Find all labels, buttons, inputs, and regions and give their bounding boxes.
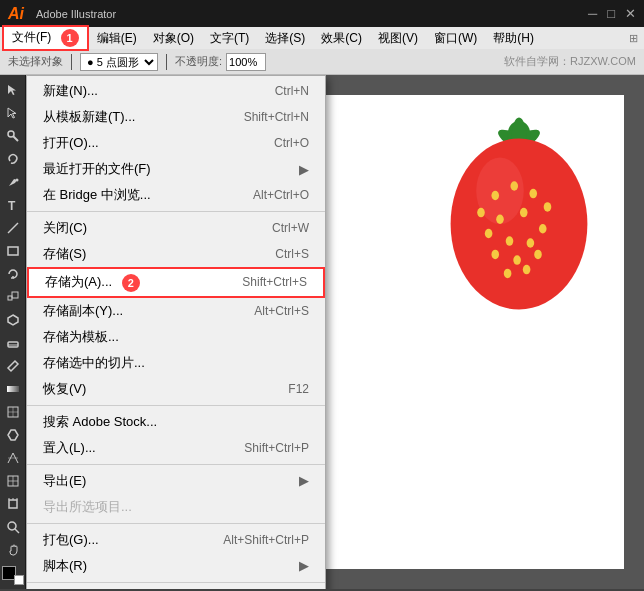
- toolbar-row2: 未选择对象 ● 5 点圆形 不透明度: 软件自学网：RJZXW.COM: [0, 49, 644, 75]
- opacity-input[interactable]: [226, 53, 266, 71]
- menu-close-label: 关闭(C): [43, 219, 252, 237]
- separator-1: [27, 211, 325, 212]
- svg-point-24: [8, 522, 16, 530]
- menu-new-template-label: 从模板新建(T)...: [43, 108, 224, 126]
- slice-tool[interactable]: [2, 470, 24, 491]
- menu-save-as[interactable]: 存储为(A)... 2 Shift+Ctrl+S: [27, 267, 325, 298]
- recent-arrow-icon: ▶: [299, 162, 309, 177]
- svg-line-25: [15, 529, 19, 533]
- menu-adobe-stock[interactable]: 搜索 Adobe Stock...: [27, 409, 325, 435]
- menu-doc-setup[interactable]: 文档设置(D)... Alt+Ctrl+P: [27, 586, 325, 589]
- line-tool[interactable]: [2, 217, 24, 238]
- menu-item-view[interactable]: 视图(V): [370, 28, 426, 49]
- selection-tool[interactable]: [2, 79, 24, 100]
- maximize-button[interactable]: □: [607, 6, 615, 21]
- svg-point-38: [496, 215, 504, 225]
- color-swatch[interactable]: [2, 566, 24, 585]
- menu-place-shortcut: Shift+Ctrl+P: [244, 441, 309, 455]
- menu-item-edit[interactable]: 编辑(E): [89, 28, 145, 49]
- gradient-tool[interactable]: [2, 378, 24, 399]
- menu-save[interactable]: 存储(S) Ctrl+S: [27, 241, 325, 267]
- minimize-button[interactable]: ─: [588, 6, 597, 21]
- menu-save-slices-label: 存储选中的切片...: [43, 354, 309, 372]
- menu-save-slices[interactable]: 存储选中的切片...: [27, 350, 325, 376]
- svg-point-1: [8, 131, 14, 137]
- svg-rect-10: [7, 386, 19, 392]
- menu-export-selected-label: 导出所选项目...: [43, 498, 309, 516]
- svg-point-36: [544, 202, 552, 212]
- close-button[interactable]: ✕: [625, 6, 636, 21]
- menu-scripts[interactable]: 脚本(R) ▶: [27, 553, 325, 579]
- menu-export[interactable]: 导出(E) ▶: [27, 468, 325, 494]
- menu-new[interactable]: 新建(N)... Ctrl+N: [27, 78, 325, 104]
- menu-package-shortcut: Alt+Shift+Ctrl+P: [223, 533, 309, 547]
- svg-point-33: [491, 191, 499, 201]
- pen-tool[interactable]: [2, 171, 24, 192]
- svg-line-4: [8, 223, 18, 233]
- zoom-tool[interactable]: [2, 516, 24, 537]
- svg-point-35: [529, 189, 537, 199]
- svg-point-48: [523, 265, 531, 275]
- magic-wand-tool[interactable]: [2, 125, 24, 146]
- eyedropper-tool[interactable]: [2, 355, 24, 376]
- lasso-tool[interactable]: [2, 148, 24, 169]
- svg-point-34: [510, 181, 518, 191]
- svg-rect-6: [8, 296, 12, 300]
- svg-point-31: [451, 139, 588, 310]
- hand-tool[interactable]: [2, 539, 24, 560]
- strawberry-illustration: [424, 100, 614, 310]
- toolbar-separator-2: [166, 54, 167, 70]
- menu-package[interactable]: 打包(G)... Alt+Shift+Ctrl+P: [27, 527, 325, 553]
- perspective-grid-tool[interactable]: [2, 447, 24, 468]
- rotate-tool[interactable]: [2, 263, 24, 284]
- svg-point-39: [520, 208, 528, 218]
- menu-bridge[interactable]: 在 Bridge 中浏览... Alt+Ctrl+O: [27, 182, 325, 208]
- menu-package-label: 打包(G)...: [43, 531, 203, 549]
- menu-item-text[interactable]: 文字(T): [202, 28, 257, 49]
- svg-rect-20: [9, 500, 17, 508]
- menu-place-label: 置入(L)...: [43, 439, 224, 457]
- menu-save-shortcut: Ctrl+S: [275, 247, 309, 261]
- menu-place[interactable]: 置入(L)... Shift+Ctrl+P: [27, 435, 325, 461]
- menu-save-as-label: 存储为(A)... 2: [45, 273, 222, 292]
- shaper-tool[interactable]: [2, 309, 24, 330]
- menu-bridge-label: 在 Bridge 中浏览...: [43, 186, 233, 204]
- mesh-tool[interactable]: [2, 401, 24, 422]
- type-tool[interactable]: T: [2, 194, 24, 215]
- save-as-badge: 2: [122, 274, 140, 292]
- menu-save-as-shortcut: Shift+Ctrl+S: [242, 275, 307, 289]
- direct-selection-tool[interactable]: [2, 102, 24, 123]
- menu-close[interactable]: 关闭(C) Ctrl+W: [27, 215, 325, 241]
- separator-3: [27, 464, 325, 465]
- scripts-arrow-icon: ▶: [299, 558, 309, 573]
- opacity-label: 不透明度:: [175, 54, 222, 69]
- menu-new-shortcut: Ctrl+N: [275, 84, 309, 98]
- menu-item-help[interactable]: 帮助(H): [485, 28, 542, 49]
- menu-item-object[interactable]: 对象(O): [145, 28, 202, 49]
- svg-rect-5: [8, 247, 18, 255]
- grid-view-icon: ⊞: [629, 32, 638, 45]
- menu-item-select[interactable]: 选择(S): [257, 28, 313, 49]
- menu-recent-files[interactable]: 最近打开的文件(F) ▶: [27, 156, 325, 182]
- rectangle-tool[interactable]: [2, 240, 24, 261]
- scale-tool[interactable]: [2, 286, 24, 307]
- menu-save-copy[interactable]: 存储副本(Y)... Alt+Ctrl+S: [27, 298, 325, 324]
- points-shape-selector[interactable]: ● 5 点圆形: [80, 53, 158, 71]
- menu-revert[interactable]: 恢复(V) F12: [27, 376, 325, 402]
- separator-5: [27, 582, 325, 583]
- menu-item-window[interactable]: 窗口(W): [426, 28, 485, 49]
- menu-open[interactable]: 打开(O)... Ctrl+O: [27, 130, 325, 156]
- menu-save-template[interactable]: 存储为模板...: [27, 324, 325, 350]
- svg-rect-7: [12, 292, 18, 298]
- artboard-tool[interactable]: [2, 493, 24, 514]
- separator-4: [27, 523, 325, 524]
- live-paint-tool[interactable]: [2, 424, 24, 445]
- menu-close-shortcut: Ctrl+W: [272, 221, 309, 235]
- menu-item-effects[interactable]: 效果(C): [313, 28, 370, 49]
- menu-new-from-template[interactable]: 从模板新建(T)... Shift+Ctrl+N: [27, 104, 325, 130]
- menu-export-label: 导出(E): [43, 472, 289, 490]
- menu-item-file[interactable]: 文件(F) 1: [2, 25, 89, 51]
- menu-save-label: 存储(S): [43, 245, 255, 263]
- eraser-tool[interactable]: [2, 332, 24, 353]
- window-controls: ─ □ ✕: [588, 6, 636, 21]
